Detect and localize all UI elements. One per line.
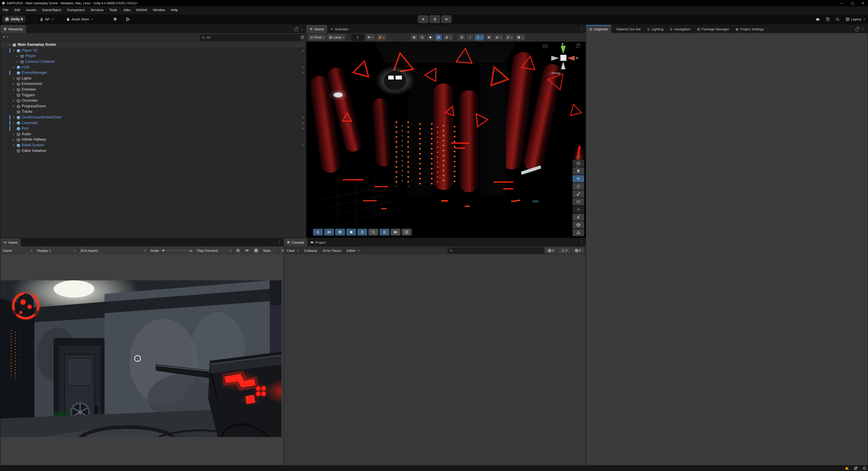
expander-icon[interactable]: ▸	[13, 88, 17, 91]
prefab-open-chevron[interactable]: ›	[302, 143, 304, 147]
move-tool-button[interactable]	[572, 175, 584, 182]
asset-store-dropdown[interactable]: Asset Store ▾	[66, 14, 93, 25]
tab-scene[interactable]: Scene	[306, 25, 327, 33]
unlock-icon[interactable]	[855, 28, 859, 31]
projection-toggle[interactable]: ‹ Persp	[549, 71, 560, 75]
maximize-button[interactable]: ▢	[847, 0, 858, 6]
draw-mode-wireframe-button[interactable]	[419, 34, 426, 40]
expander-icon[interactable]: ▾	[9, 43, 12, 46]
hierarchy-item[interactable]: ▾ Player V2 ›	[0, 48, 306, 54]
hierarchy-item[interactable]: ▸ Camera Container ›	[0, 59, 306, 64]
unlock-icon[interactable]	[576, 45, 580, 48]
cloud-icon[interactable]	[815, 17, 820, 22]
kebab-menu-icon[interactable]: ⋮	[299, 27, 305, 31]
overlay-tool-settings-toggle[interactable]	[324, 229, 334, 235]
hierarchy-search[interactable]	[199, 34, 302, 41]
expander-icon[interactable]: ▸	[13, 121, 17, 124]
tab-game[interactable]: Game	[0, 238, 21, 246]
hierarchy-item[interactable]: ▾ Main Gameplay Scene ›	[0, 42, 306, 48]
debug-draw-dropdown[interactable]: ▾	[443, 34, 453, 40]
minimize-button[interactable]: —	[837, 0, 847, 6]
camera-off-toggle[interactable]	[459, 34, 465, 40]
hierarchy-item[interactable]: ▸ Environment ›	[0, 81, 306, 87]
expander-icon[interactable]: ▸	[13, 77, 17, 80]
snap-settings-button[interactable]: ▾	[366, 34, 375, 40]
pause-button[interactable]	[430, 15, 440, 23]
scene-fx-dropdown[interactable]: ▾	[475, 34, 484, 40]
kebab-menu-icon[interactable]: ⋮	[276, 240, 282, 244]
inspector-tab[interactable]: Navigation	[666, 25, 694, 33]
tab-project[interactable]: Project	[307, 238, 329, 246]
overlay-search-toggle[interactable]	[368, 229, 378, 235]
inspector-tab[interactable]: Tailwind Uss Aid	[611, 25, 644, 33]
console-search-input[interactable]	[454, 248, 545, 253]
search-icon[interactable]	[836, 17, 840, 21]
play-focus-dropdown[interactable]: Play Focused ▾	[195, 246, 234, 255]
inspector-tab[interactable]: Package Manager	[694, 25, 733, 33]
edit-collider-tool-button[interactable]	[572, 221, 584, 229]
world-space-dropdown[interactable]: ▾	[516, 34, 525, 40]
hand-tool-button[interactable]	[572, 167, 584, 175]
tool-context-button[interactable]	[572, 160, 584, 167]
hierarchy-item[interactable]: ▸ Blood System ›	[0, 142, 306, 148]
create-gameobject-button[interactable]: + ▾	[3, 35, 8, 39]
collapse-button[interactable]: Collapse	[301, 246, 320, 255]
transform-tool-button[interactable]	[572, 206, 584, 213]
prefab-open-chevron[interactable]: ›	[302, 126, 304, 131]
kebab-menu-icon[interactable]: ⋮	[860, 27, 866, 31]
axis-negx-cone[interactable]	[551, 56, 559, 61]
hierarchy-item[interactable]: ▸ HUD ›	[0, 64, 306, 70]
game-mode-dropdown[interactable]: Game ▾	[0, 246, 35, 255]
prefab-open-chevron[interactable]: ›	[302, 115, 304, 120]
archive-button[interactable]	[113, 14, 117, 25]
overlay-drag-handle[interactable]	[542, 45, 548, 47]
info-count-badge[interactable]: ! 0	[545, 247, 557, 254]
game-debug-button[interactable]	[234, 246, 243, 255]
tab-console[interactable]: Console	[284, 238, 307, 246]
expander-icon[interactable]: ▸	[13, 82, 17, 85]
overlay-grid-snap-toggle[interactable]	[335, 229, 345, 235]
hierarchy-item[interactable]: Tracks ›	[0, 109, 306, 115]
rect-tool-button[interactable]	[572, 198, 584, 205]
kebab-menu-icon[interactable]: ⋮	[579, 240, 585, 244]
tab-animator[interactable]: Animator	[327, 25, 352, 33]
menu-item[interactable]: Window	[150, 8, 168, 12]
inspector-tab[interactable]: Inspector	[586, 25, 611, 33]
menu-item[interactable]: GameObject	[39, 8, 64, 12]
axis-y-cone[interactable]	[561, 46, 566, 54]
scale-slider[interactable]	[160, 250, 188, 251]
expander-icon[interactable]: ▸	[13, 144, 17, 147]
expander-icon[interactable]: ▸	[13, 99, 17, 102]
gizmo-center-cube[interactable]	[560, 55, 566, 61]
game-viewport[interactable]	[0, 280, 281, 437]
menu-item[interactable]: Jobs	[120, 8, 133, 12]
menu-item[interactable]: Services	[88, 8, 106, 12]
tab-hierarchy[interactable]: Hierarchy	[0, 25, 26, 33]
hierarchy-item[interactable]: ▸ Audio ›	[0, 131, 306, 137]
clear-button[interactable]: Clear ▾	[284, 246, 301, 255]
draw-mode-selected-button[interactable]	[435, 34, 442, 40]
overlay-tools-toggle[interactable]	[313, 229, 323, 235]
hierarchy-item[interactable]: ▸ Player ›	[0, 53, 306, 59]
hierarchy-item[interactable]: Editor Initializer ›	[0, 148, 306, 153]
editor-dropdown[interactable]: Editor ▾	[344, 246, 362, 255]
menu-item[interactable]: Tools	[106, 8, 120, 12]
inspector-tab[interactable]: Lighting	[644, 25, 666, 33]
picker-window-icon[interactable]	[300, 35, 304, 39]
step-button[interactable]	[441, 15, 452, 23]
prefab-open-chevron[interactable]: ›	[302, 65, 304, 69]
display-dropdown[interactable]: Display 1 ▾	[35, 246, 78, 255]
orientation-gizmo[interactable]: y x ‹ Persp	[542, 43, 583, 78]
unlock-icon[interactable]	[294, 28, 298, 31]
expander-icon[interactable]: ▾	[13, 49, 17, 52]
menu-item[interactable]: File	[0, 8, 11, 12]
component-filter-dropdown[interactable]: ▾	[505, 34, 514, 40]
hierarchy-item[interactable]: ▸ Lights ›	[0, 76, 306, 81]
draw-mode-shaded-button[interactable]	[411, 34, 417, 40]
expander-icon[interactable]: ▸	[13, 105, 17, 108]
inspector-tab[interactable]: Project Settings	[732, 25, 767, 33]
hierarchy-search-input[interactable]	[206, 35, 300, 40]
menu-item[interactable]: Assets	[23, 8, 39, 12]
expander-icon[interactable]: ▸	[13, 66, 17, 69]
debugger-bug-warning-icon[interactable]	[845, 466, 849, 470]
